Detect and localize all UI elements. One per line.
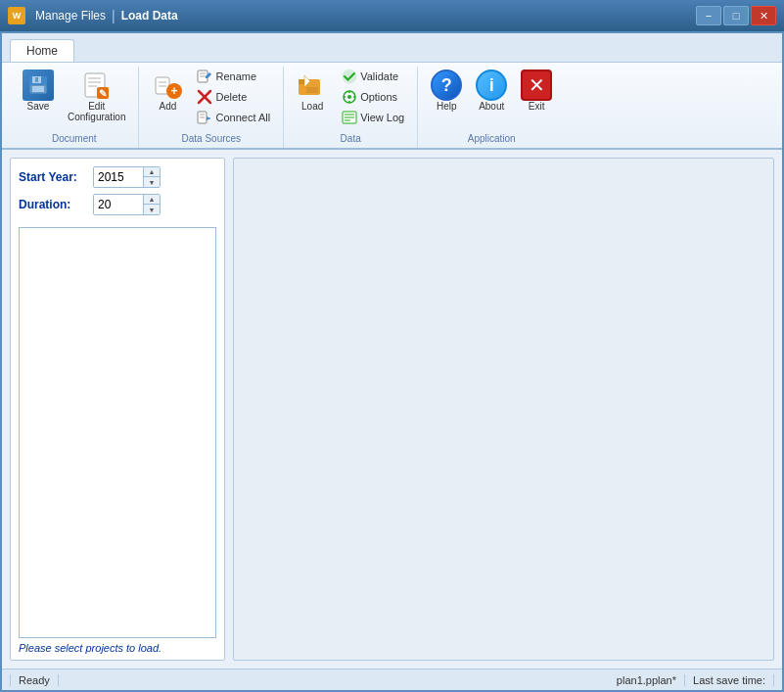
save-label: Save <box>27 101 50 113</box>
rename-button[interactable]: Rename <box>192 67 275 86</box>
svg-text:+: + <box>171 84 178 98</box>
minimize-button[interactable]: − <box>696 6 721 25</box>
application-buttons: ? Help i About ✕ Exit <box>426 67 557 131</box>
options-label: Options <box>360 91 397 103</box>
title-bar: W Manage Files | Load Data − □ ✕ <box>0 0 784 31</box>
left-panel-status: Please select projects to load. <box>11 638 224 660</box>
right-panel <box>233 158 774 661</box>
data-sources-buttons: + Add <box>147 67 275 131</box>
validate-label: Validate <box>360 70 398 82</box>
status-bar: Ready plan1.pplan* Last save time: <box>2 669 782 690</box>
data-source-small-buttons: Rename Delete <box>192 67 275 127</box>
save-button[interactable]: Save <box>18 67 59 115</box>
delete-icon <box>197 89 212 105</box>
load-data-title: Load Data <box>121 9 178 23</box>
start-year-input[interactable] <box>94 169 143 185</box>
validate-button[interactable]: Validate <box>337 67 409 86</box>
about-label: About <box>479 101 504 113</box>
delete-label: Delete <box>215 91 247 103</box>
connect-all-button[interactable]: Connect All <box>192 108 275 127</box>
data-buttons: Load Validate <box>292 67 409 131</box>
add-button[interactable]: + Add <box>147 67 188 115</box>
application-group-label: Application <box>426 131 557 148</box>
add-label: Add <box>160 101 177 113</box>
file-name-status: plan1.pplan* <box>609 674 685 686</box>
svg-point-31 <box>347 95 351 99</box>
data-group-label: Data <box>292 131 409 148</box>
view-log-button[interactable]: View Log <box>337 108 409 127</box>
exit-button[interactable]: ✕ Exit <box>516 67 557 115</box>
exit-label: Exit <box>529 101 545 113</box>
load-button[interactable]: Load <box>292 67 333 115</box>
duration-label: Duration: <box>19 198 87 211</box>
view-log-icon <box>342 110 357 125</box>
start-year-label: Start Year: <box>19 170 87 184</box>
duration-input[interactable] <box>94 197 143 212</box>
start-year-arrows: ▲ ▼ <box>143 167 160 187</box>
duration-row: Duration: ▲ ▼ <box>19 194 216 215</box>
ribbon-group-data-sources: + Add <box>139 67 284 148</box>
svg-text:W: W <box>13 11 22 21</box>
document-buttons: Save ✎ EditConfiguration <box>18 67 130 131</box>
title-separator: | <box>112 8 115 23</box>
help-icon: ? <box>431 69 462 101</box>
left-panel: Start Year: ▲ ▼ Duration: ▲ <box>10 158 225 661</box>
options-button[interactable]: Options <box>337 87 409 107</box>
about-icon: i <box>476 69 507 101</box>
delete-button[interactable]: Delete <box>192 87 275 107</box>
ribbon-group-data: Load Validate <box>284 67 418 148</box>
start-year-up-arrow[interactable]: ▲ <box>144 167 160 177</box>
ribbon: Save ✎ EditConfiguration <box>2 63 782 150</box>
ready-status: Ready <box>10 674 59 686</box>
ribbon-group-application: ? Help i About ✕ Exit <box>418 67 565 148</box>
help-button[interactable]: ? Help <box>426 67 467 115</box>
rename-label: Rename <box>215 70 256 82</box>
load-label: Load <box>301 101 323 113</box>
connect-all-label: Connect All <box>215 112 270 123</box>
start-year-down-arrow[interactable]: ▼ <box>144 177 160 187</box>
help-label: Help <box>437 101 457 113</box>
duration-spinner[interactable]: ▲ ▼ <box>93 194 161 215</box>
last-save-status: Last save time: <box>685 674 774 686</box>
svg-rect-4 <box>35 77 38 82</box>
main-window: Home <box>0 31 784 692</box>
svg-text:✎: ✎ <box>99 88 107 99</box>
options-icon <box>342 89 357 105</box>
validate-icon <box>342 69 357 84</box>
window-controls: − □ ✕ <box>696 6 776 25</box>
connect-all-icon <box>197 110 212 125</box>
load-icon <box>297 69 328 101</box>
edit-config-icon: ✎ <box>81 69 113 101</box>
edit-config-button[interactable]: ✎ EditConfiguration <box>63 67 130 125</box>
duration-down-arrow[interactable]: ▼ <box>144 205 160 214</box>
save-icon <box>23 69 54 101</box>
title-text: Manage Files | Load Data <box>35 8 178 23</box>
close-button[interactable]: ✕ <box>751 6 776 25</box>
ribbon-group-document: Save ✎ EditConfiguration <box>10 67 139 148</box>
duration-arrows: ▲ ▼ <box>143 195 160 214</box>
data-small-buttons: Validate <box>337 67 409 127</box>
manage-files-title: Manage Files <box>35 9 106 23</box>
about-button[interactable]: i About <box>471 67 512 115</box>
tab-home[interactable]: Home <box>10 39 74 62</box>
view-log-label: View Log <box>360 112 404 123</box>
add-icon: + <box>152 69 183 101</box>
document-group-label: Document <box>18 131 130 148</box>
tab-bar: Home <box>2 33 782 63</box>
maximize-button[interactable]: □ <box>723 6 749 25</box>
edit-config-label: EditConfiguration <box>68 101 125 122</box>
exit-icon: ✕ <box>521 69 552 101</box>
app-icon: W <box>8 7 25 24</box>
content-area: Start Year: ▲ ▼ Duration: ▲ <box>2 150 782 669</box>
left-panel-fields: Start Year: ▲ ▼ Duration: ▲ <box>11 159 224 223</box>
svg-rect-6 <box>32 86 44 92</box>
duration-up-arrow[interactable]: ▲ <box>144 195 160 205</box>
start-year-spinner[interactable]: ▲ ▼ <box>93 166 161 188</box>
project-list[interactable] <box>19 227 216 638</box>
start-year-row: Start Year: ▲ ▼ <box>19 166 216 188</box>
data-sources-group-label: Data Sources <box>147 131 275 148</box>
rename-icon <box>197 69 212 84</box>
